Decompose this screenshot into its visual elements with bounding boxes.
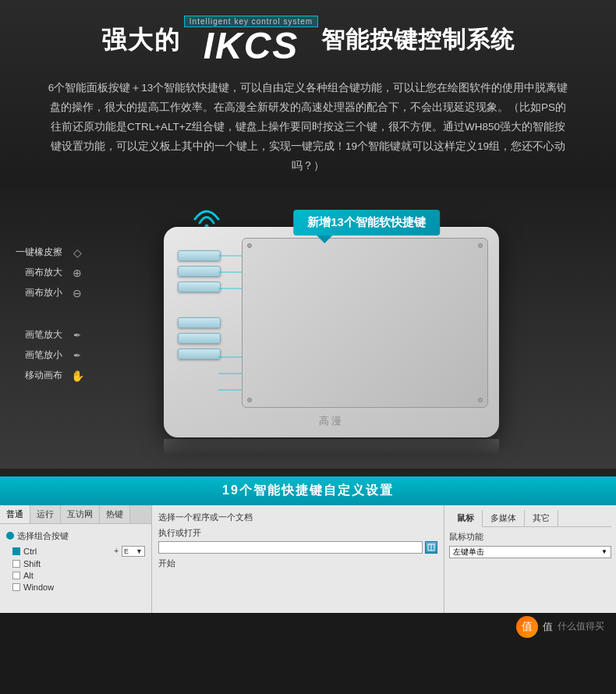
tab-bar: 普通 运行 互访网 热键 — [0, 505, 151, 524]
radio-group-title: 选择组合按键 — [6, 530, 145, 542]
ctrl-label: Ctrl — [23, 547, 111, 556]
radio-group-label: 选择组合按键 — [17, 530, 69, 542]
tab-internet[interactable]: 互访网 — [61, 505, 100, 523]
checkbox-window[interactable]: Window — [12, 582, 145, 592]
tablet-btn-3[interactable] — [178, 281, 221, 292]
panel-tabs: 普通 运行 互访网 热键 选择组合按键 Ctrl + E ▼ — [0, 505, 152, 613]
tablet-wrapper: 高漫 — [164, 227, 499, 453]
program-start-label: 开始 — [158, 558, 437, 569]
program-input[interactable] — [158, 541, 423, 554]
panel-mouse: 鼠标 多媒体 其它 鼠标功能 左键单击 ▼ — [444, 505, 616, 613]
checkbox-window-box[interactable] — [12, 583, 20, 591]
checkbox-shift[interactable]: Shift — [12, 559, 145, 568]
description-text: 6个智能面板按键＋13个智能软快捷键，可以自由定义各种组合键功能，可以让您在绘图… — [0, 79, 616, 176]
header-title: 强大的 Intelligent key control system IKCS … — [0, 16, 616, 65]
labels-area: 一键橡皮擦 ◇ 画布放大 ⊕ 画布放小 ⊖ 画笔放大 ✒ 画笔放小 ✒ 移动画布 — [16, 243, 86, 386]
label-row-brush-up: 画笔放大 ✒ — [16, 325, 86, 345]
label-zoom-in: 画布放大 — [16, 266, 62, 279]
ctrl-combo-value: E — [124, 547, 129, 555]
custom-title-bar: 19个智能快捷键自定义设置 — [0, 476, 616, 505]
combo-plus: + — [114, 547, 119, 555]
label-eraser: 一键橡皮擦 — [16, 246, 62, 259]
mouse-tab-mouse[interactable]: 鼠标 — [449, 510, 483, 527]
footer-text: 值 — [543, 620, 553, 634]
label-row-move: 移动画布 ✋ — [16, 366, 86, 386]
eraser-icon: ◇ — [69, 244, 86, 261]
screw-br — [478, 398, 483, 402]
ctrl-combo-dropdown[interactable]: E ▼ — [122, 546, 145, 557]
brush-down-icon: ✒ — [69, 347, 86, 364]
checkbox-alt-box[interactable] — [12, 572, 20, 579]
label-row-brush-down: 画笔放小 ✒ — [16, 345, 86, 366]
label-brush-down: 画笔放小 — [16, 349, 62, 362]
mouse-func-value: 左键单击 — [453, 547, 484, 558]
tablet-btn-1[interactable] — [178, 250, 221, 261]
program-field-row — [158, 541, 437, 554]
bottom-section: 19个智能快捷键自定义设置 普通 运行 互访网 热键 选择组合按键 Ctrl + — [0, 476, 616, 613]
mouse-tab-other[interactable]: 其它 — [525, 510, 558, 526]
checkbox-ctrl[interactable]: Ctrl + E ▼ — [12, 546, 145, 557]
footer: 值 值 什么值得买 — [0, 613, 616, 641]
header-pre-text: 强大的 — [101, 23, 181, 58]
new-shortcut-badge: 新增13个智能软快捷键 — [293, 210, 440, 235]
footer-icon-text: 值 — [522, 620, 533, 634]
mouse-tab-media[interactable]: 多媒体 — [483, 510, 525, 526]
device-section: 新增13个智能软快捷键 一键橡皮擦 ◇ 画布放大 ⊕ 画布放小 ⊖ 画笔放大 ✒… — [0, 188, 616, 469]
label-zoom-out: 画布放小 — [16, 286, 62, 299]
header: 强大的 Intelligent key control system IKCS … — [0, 16, 616, 65]
screw-tr — [478, 243, 483, 248]
ikcs-letters: IKCS — [204, 27, 299, 65]
tab-normal[interactable]: 普通 — [0, 505, 30, 523]
zoom-out-icon: ⊖ — [69, 285, 86, 302]
mouse-dropdown-arrow: ▼ — [601, 548, 607, 555]
program-label: 选择一个程序或一个文档 — [158, 512, 437, 523]
program-browse-button[interactable] — [425, 541, 437, 554]
program-label-2: 执行或打开 — [158, 527, 437, 539]
tablet-btn-2[interactable] — [178, 266, 221, 277]
tablet-btn-5[interactable] — [178, 333, 221, 344]
panel-program: 选择一个程序或一个文档 执行或打开 开始 — [152, 505, 444, 613]
settings-row: 普通 运行 互访网 热键 选择组合按键 Ctrl + E ▼ — [0, 505, 616, 613]
alt-label: Alt — [23, 571, 145, 580]
label-brush-up: 画笔放大 — [16, 328, 62, 342]
mouse-dropdown-row: 左键单击 ▼ — [449, 546, 611, 558]
tablet-screen — [242, 238, 488, 408]
label-gap — [16, 303, 86, 325]
tablet-buttons — [178, 250, 221, 359]
header-post-text: 智能按键控制系统 — [321, 24, 515, 56]
tablet-btn-4[interactable] — [178, 317, 221, 328]
label-row-zoom-in: 画布放大 ⊕ — [16, 263, 86, 283]
top-section: 强大的 Intelligent key control system IKCS … — [0, 0, 616, 476]
tablet-btn-6[interactable] — [178, 349, 221, 359]
tablet: 高漫 — [164, 227, 499, 437]
tablet-brand: 高漫 — [319, 414, 344, 428]
label-move: 移动画布 — [16, 369, 62, 382]
dropdown-arrow: ▼ — [136, 547, 143, 555]
tab-hotkey[interactable]: 热键 — [100, 505, 130, 523]
checkbox-alt[interactable]: Alt — [12, 571, 145, 580]
mouse-func-dropdown[interactable]: 左键单击 ▼ — [449, 546, 611, 558]
mouse-tab-bar: 鼠标 多媒体 其它 — [449, 510, 611, 527]
tab-run[interactable]: 运行 — [30, 505, 61, 523]
footer-site: 什么值得买 — [558, 620, 604, 633]
panel-content: 选择组合按键 Ctrl + E ▼ Shift — [0, 524, 151, 600]
radio-dot — [6, 532, 14, 540]
footer-badge: 值 值 什么值得买 — [516, 616, 604, 638]
move-icon: ✋ — [69, 367, 86, 384]
zoom-in-icon: ⊕ — [69, 264, 86, 281]
footer-logo-icon: 值 — [516, 616, 538, 638]
ikcs-block: Intelligent key control system IKCS — [184, 16, 318, 65]
checkbox-shift-box[interactable] — [12, 560, 20, 568]
checkbox-ctrl-box[interactable] — [12, 547, 20, 555]
window-label: Window — [23, 582, 145, 592]
screw-bl — [247, 398, 252, 402]
tablet-reflection — [164, 439, 499, 455]
shift-label: Shift — [23, 559, 145, 568]
label-row-eraser: 一键橡皮擦 ◇ — [16, 243, 86, 263]
brush-up-icon: ✒ — [69, 327, 86, 344]
mouse-func-label: 鼠标功能 — [449, 531, 611, 543]
screw-tl — [247, 243, 252, 248]
label-row-zoom-out: 画布放小 ⊖ — [16, 283, 86, 303]
